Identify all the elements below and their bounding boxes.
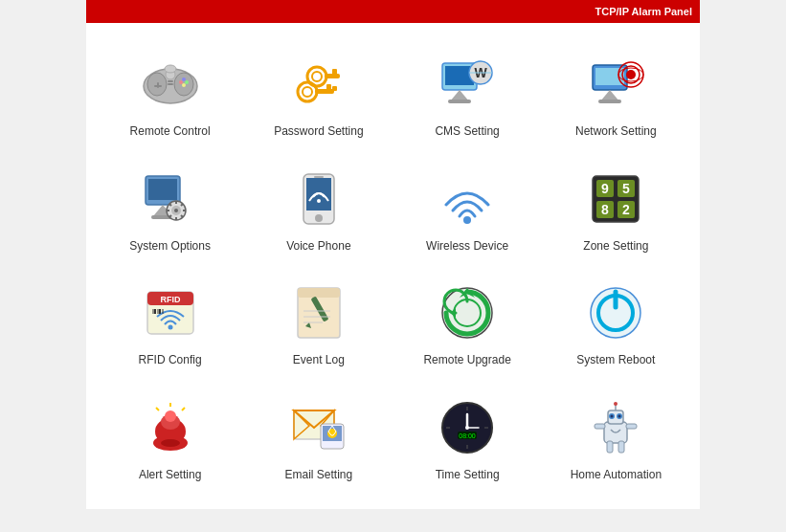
password-setting-icon (284, 50, 353, 119)
svg-rect-129 (618, 441, 624, 453)
rfid-config-label: RFID Config (139, 353, 202, 368)
svg-point-98 (161, 439, 180, 447)
svg-point-14 (303, 87, 312, 97)
main-content: Remote Control Password Setting W CM (86, 23, 700, 509)
icon-grid: Remote Control Password Setting W CM (96, 42, 690, 490)
svg-rect-4 (168, 80, 173, 82)
svg-text:5: 5 (622, 181, 630, 196)
svg-rect-16 (326, 84, 331, 90)
icon-item-remote-control[interactable]: Remote Control (115, 42, 225, 147)
remote-control-icon (136, 50, 205, 119)
remote-upgrade-label: Remote Upgrade (423, 353, 510, 368)
svg-point-19 (312, 72, 322, 81)
svg-line-50 (181, 215, 183, 217)
svg-text:9: 9 (601, 181, 609, 196)
icon-item-event-log[interactable]: Event Log (263, 271, 373, 376)
svg-rect-20 (325, 74, 340, 78)
svg-line-97 (182, 408, 185, 410)
svg-rect-56 (314, 176, 324, 178)
svg-point-11 (182, 83, 186, 87)
svg-rect-127 (626, 424, 637, 429)
svg-point-71 (168, 325, 172, 330)
icon-item-cms-setting[interactable]: W CMS Setting (413, 42, 523, 147)
svg-point-10 (182, 78, 186, 81)
svg-point-58 (463, 216, 471, 224)
svg-rect-15 (315, 89, 334, 94)
top-bar-label: TCP/IP Alarm Panel (595, 6, 692, 17)
svg-text:2: 2 (622, 202, 630, 217)
network-setting-icon (581, 50, 650, 119)
icon-item-zone-setting[interactable]: 9 5 8 2 Zone Setting (561, 157, 671, 262)
svg-rect-78 (298, 288, 340, 298)
svg-point-123 (618, 414, 621, 417)
password-setting-label: Password Setting (274, 124, 363, 140)
icon-item-network-setting[interactable]: Network Setting (561, 42, 671, 147)
home-automation-label: Home Automation (571, 468, 662, 483)
svg-point-36 (626, 70, 636, 79)
system-reboot-label: System Reboot (576, 353, 655, 368)
voice-phone-label: Voice Phone (286, 239, 350, 255)
icon-item-alert-setting[interactable]: Alert Setting (115, 386, 225, 491)
svg-rect-126 (595, 424, 605, 429)
icon-item-voice-phone[interactable]: Voice Phone (263, 157, 373, 262)
svg-line-96 (156, 408, 159, 410)
network-setting-label: Network Setting (575, 124, 657, 140)
event-log-label: Event Log (293, 353, 345, 368)
svg-point-57 (317, 199, 321, 203)
wireless-device-label: Wireless Device (426, 239, 508, 255)
icon-item-email-setting[interactable]: Email Setting (263, 386, 373, 491)
cms-setting-label: CMS Setting (435, 124, 499, 140)
svg-line-51 (169, 215, 171, 217)
icon-item-remote-upgrade[interactable]: Remote Upgrade (413, 271, 523, 376)
svg-line-49 (169, 204, 171, 206)
svg-rect-17 (332, 86, 337, 91)
email-setting-icon (284, 393, 353, 462)
svg-text:RFID: RFID (160, 295, 180, 304)
icon-item-wireless-device[interactable]: Wireless Device (413, 157, 523, 262)
zone-setting-icon: 9 5 8 2 (581, 165, 650, 233)
voice-phone-icon (284, 165, 353, 233)
cms-setting-icon: W (433, 50, 502, 119)
svg-point-44 (174, 209, 178, 212)
svg-point-9 (185, 80, 189, 84)
svg-text:08:00: 08:00 (459, 432, 476, 439)
svg-point-94 (165, 410, 176, 422)
top-bar: TCP/IP Alarm Panel (86, 0, 700, 23)
icon-item-time-setting[interactable]: 08:00 Time Setting (413, 386, 523, 491)
svg-point-55 (315, 214, 323, 222)
home-automation-icon (581, 393, 650, 462)
svg-point-115 (465, 426, 469, 430)
rfid-config-icon: RFID (136, 278, 205, 347)
svg-text:8: 8 (601, 202, 609, 217)
time-setting-icon: 08:00 (433, 393, 502, 462)
email-setting-label: Email Setting (285, 468, 353, 483)
icon-item-system-reboot[interactable]: System Reboot (561, 271, 671, 376)
event-log-icon (284, 278, 353, 347)
icon-item-password-setting[interactable]: Password Setting (263, 42, 373, 147)
icon-item-home-automation[interactable]: Home Automation (561, 386, 671, 491)
svg-rect-33 (598, 100, 621, 103)
icon-item-rfid-config[interactable]: RFID RFID Config (115, 271, 225, 376)
svg-point-12 (165, 65, 176, 73)
svg-rect-7 (154, 85, 162, 87)
system-options-label: System Options (129, 239, 211, 255)
svg-rect-25 (448, 100, 471, 103)
svg-point-125 (614, 402, 618, 406)
svg-rect-128 (607, 441, 613, 453)
svg-point-8 (179, 80, 183, 84)
svg-rect-21 (332, 69, 337, 75)
svg-rect-5 (168, 83, 173, 85)
svg-rect-39 (148, 179, 177, 200)
remote-control-label: Remote Control (130, 124, 211, 140)
svg-point-122 (611, 414, 614, 417)
time-setting-label: Time Setting (436, 468, 500, 483)
remote-upgrade-icon (433, 278, 502, 347)
svg-point-18 (307, 67, 326, 86)
svg-line-52 (181, 204, 183, 206)
icon-item-system-options[interactable]: System Options (115, 157, 225, 262)
system-options-icon (136, 165, 205, 233)
alert-setting-label: Alert Setting (139, 468, 201, 483)
wireless-device-icon (433, 165, 502, 233)
zone-setting-label: Zone Setting (583, 239, 648, 255)
system-reboot-icon (581, 278, 650, 347)
